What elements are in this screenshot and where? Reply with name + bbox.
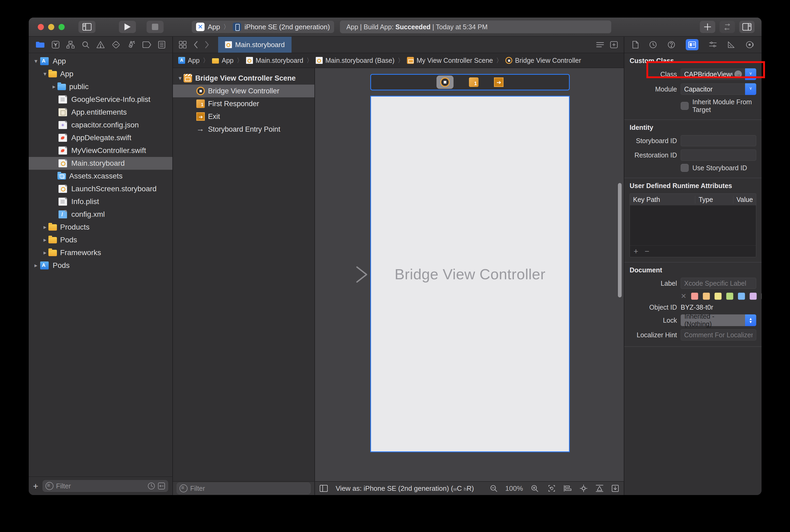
module-field[interactable]: Capacitor [681,83,745,95]
scheme-selector[interactable]: App 〉 iPhone SE (2nd generation) [192,21,334,33]
breadcrumb-main-storyboard[interactable]: Main.storyboard [246,57,303,64]
disclosure-triangle[interactable]: ▸ [33,262,39,269]
module-dropdown-button[interactable]: ᵛ [745,83,756,95]
resolve-autolayout-icon[interactable] [596,484,603,492]
restoration-id-input[interactable] [684,151,753,159]
history-inspector-icon[interactable] [649,41,657,49]
lock-dropdown-button[interactable]: ▲▼ [745,315,756,326]
breadcrumb-app[interactable]: App [212,57,233,64]
label-color-swatch[interactable] [726,292,733,300]
file-row-capacitor-config-json[interactable]: capacitor.config.json [29,119,172,131]
storyboard-id-field[interactable] [681,135,756,146]
outline-item-storyboard-entry-point[interactable]: Storyboard Entry Point [173,123,314,136]
project-navigator-icon[interactable] [36,41,45,49]
outline-item-bridge-view-controller[interactable]: Bridge View Controller [173,84,314,97]
file-row-pods[interactable]: ▸Pods [29,233,172,246]
outline-filter-field[interactable] [177,482,311,494]
add-constraints-icon[interactable] [580,484,587,492]
disclosure-triangle[interactable]: ▾ [177,75,184,82]
run-button[interactable] [119,21,136,33]
zoom-out-icon[interactable] [490,484,497,492]
exit-icon[interactable] [494,77,503,87]
restoration-id-field[interactable] [681,150,756,161]
file-row-myviewcontroller-swift[interactable]: MyViewController.swift [29,144,172,157]
close-window-button[interactable] [38,24,44,30]
minimize-window-button[interactable] [48,24,54,30]
zoom-level[interactable]: 100% [505,484,523,493]
zoom-window-button[interactable] [59,24,65,30]
disclosure-triangle[interactable]: ▾ [41,71,49,77]
zoom-in-icon[interactable] [531,484,538,492]
symbol-navigator-icon[interactable] [66,41,75,49]
file-row-app[interactable]: ▾App [29,55,172,68]
canvas-scrollbar[interactable] [618,183,622,298]
back-icon[interactable] [194,41,198,49]
file-row-assets-xcassets[interactable]: Assets.xcassets [29,170,172,183]
breadcrumb-app[interactable]: App [178,57,199,64]
toggle-navigator-button[interactable] [78,21,96,33]
disclosure-triangle[interactable]: ▸ [41,224,49,231]
disclosure-triangle[interactable]: ▸ [41,236,49,243]
label-color-swatch[interactable] [691,292,698,300]
disclosure-triangle[interactable]: ▸ [51,83,57,90]
table-body-empty[interactable] [630,205,756,245]
toggle-outline-icon[interactable] [320,485,328,492]
debug-navigator-icon[interactable] [127,40,135,49]
report-navigator-icon[interactable] [158,41,166,49]
related-items-icon[interactable] [179,41,187,49]
tab-main-storyboard[interactable]: Main.storyboard [218,37,291,53]
label-color-swatch[interactable] [750,292,757,300]
file-row-frameworks[interactable]: ▸Frameworks [29,246,172,259]
outline-filter-input[interactable] [190,484,308,492]
jump-to-class-icon[interactable]: → [734,71,742,78]
file-row-public[interactable]: ▸public [29,80,172,93]
update-frames-icon[interactable] [548,484,556,492]
find-navigator-icon[interactable] [82,41,90,49]
inherit-module-checkbox[interactable] [681,102,689,110]
editor-options-icon[interactable] [596,41,604,48]
stop-button[interactable] [147,21,163,33]
view-controller-view[interactable]: Bridge View Controller [370,96,570,452]
navigator-filter-field[interactable] [42,480,168,492]
view-as-button[interactable]: View as: iPhone SE (2nd generation) (wC … [336,484,474,493]
disclosure-triangle[interactable]: ▸ [41,249,49,256]
add-editor-icon[interactable] [610,41,618,49]
storyboard-canvas[interactable]: Bridge View Controller [315,68,624,481]
class-field[interactable]: CAPBridgeViewControl… → [681,69,745,80]
file-row-app-entitlements[interactable]: App.entitlements [29,106,172,119]
navigator-filter-input[interactable] [56,482,145,490]
breakpoint-navigator-icon[interactable] [142,41,151,48]
outline-item-exit[interactable]: Exit [173,110,314,123]
issue-navigator-icon[interactable] [96,41,105,49]
recents-clock-icon[interactable] [148,482,155,490]
test-navigator-icon[interactable] [112,41,120,49]
file-row-googleservice-info-plist[interactable]: GoogleService-Info.plist [29,93,172,106]
remove-attribute-button[interactable]: − [645,247,650,256]
connections-inspector-icon[interactable] [746,41,754,49]
document-label-input[interactable] [684,280,753,287]
lock-dropdown[interactable]: Inherited - (Nothing) [681,315,745,326]
localizer-hint-input[interactable] [684,331,753,339]
view-controller-dock-selected[interactable] [437,76,454,89]
size-inspector-icon[interactable] [727,41,735,49]
help-inspector-icon[interactable] [667,41,675,49]
code-review-button[interactable] [719,21,735,33]
label-color-swatch[interactable] [761,292,762,300]
label-color-swatch[interactable] [738,292,745,300]
file-inspector-icon[interactable] [632,41,639,49]
align-icon[interactable] [564,485,572,492]
file-row-config-xml[interactable]: config.xml [29,208,172,221]
source-control-status-icon[interactable] [158,482,165,490]
identity-inspector-tab-selected[interactable] [686,39,698,50]
first-responder-icon[interactable] [469,77,479,87]
file-row-launchscreen-storyboard[interactable]: LaunchScreen.storyboard [29,183,172,195]
disclosure-triangle[interactable]: ▾ [33,58,39,65]
document-label-field[interactable] [681,278,756,289]
file-row-products[interactable]: ▸Products [29,221,172,233]
storyboard-id-input[interactable] [684,137,753,145]
breadcrumb-main-storyboard-base-[interactable]: Main.storyboard (Base) [316,57,394,64]
file-row-main-storyboard[interactable]: Main.storyboard [29,157,172,170]
file-row-info-plist[interactable]: Info.plist [29,195,172,208]
breadcrumb-my-view-controller-scene[interactable]: My View Controller Scene [407,57,493,64]
label-color-swatch[interactable] [714,292,721,300]
